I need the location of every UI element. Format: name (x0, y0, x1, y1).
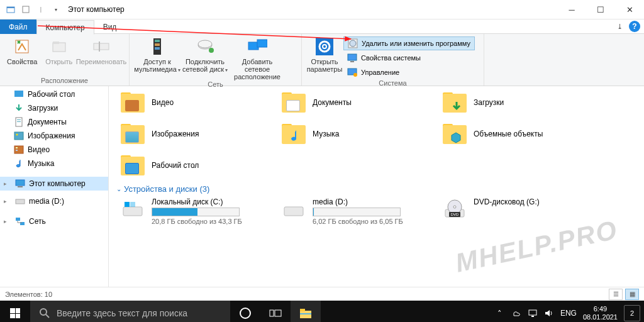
folder-3d-objects[interactable]: Объемные объекты (442, 120, 591, 148)
uninstall-program-button[interactable]: Удалить или изменить программу (343, 36, 475, 50)
svg-rect-58 (529, 310, 536, 315)
tray-volume-icon[interactable] (544, 308, 554, 318)
svg-rect-23 (348, 54, 357, 60)
folder-music[interactable]: Музыка (281, 120, 430, 148)
desktop-icon (14, 89, 24, 99)
group-location-label: Расположение (0, 77, 129, 86)
svg-rect-12 (155, 47, 160, 50)
sidebar-item-desktop[interactable]: Рабочий стол (0, 87, 108, 101)
annotation-arrow (38, 24, 358, 43)
drive-dvd-g[interactable]: DVD DVD-дисковод (G:) (442, 197, 591, 225)
drive-media-d[interactable]: media (D:)6,02 ГБ свободно из 6,05 ГБ (281, 197, 430, 225)
maximize-button[interactable]: ☐ (586, 0, 615, 19)
folder-desktop[interactable]: Рабочий стол (120, 152, 269, 179)
drive-icon (15, 196, 25, 206)
svg-rect-37 (18, 186, 23, 187)
view-tiles-button[interactable]: ▦ (625, 289, 639, 300)
manage-button[interactable]: Управление (343, 65, 475, 79)
svg-point-26 (353, 73, 357, 77)
taskbar: Введите здесь текст для поиска ˄ ENG 6:4… (0, 301, 644, 322)
sidebar-item-network[interactable]: ▸Сеть (0, 214, 108, 228)
svg-rect-24 (350, 61, 354, 62)
folder-video[interactable]: Видео (120, 89, 269, 116)
svg-rect-1 (7, 7, 14, 8)
svg-rect-4 (16, 40, 28, 53)
pc-icon (15, 179, 25, 189)
minimize-button[interactable]: ─ (557, 0, 586, 19)
qat-properties-icon[interactable] (19, 3, 33, 16)
manage-icon (347, 67, 357, 77)
system-menu-icon[interactable] (4, 3, 18, 16)
taskbar-taskview[interactable] (260, 301, 291, 322)
drive-local-c[interactable]: Локальный диск (C:)20,8 ГБ свободно из 4… (120, 197, 269, 225)
close-button[interactable]: ✕ (615, 0, 644, 19)
svg-rect-27 (14, 91, 23, 97)
svg-point-50 (40, 309, 47, 315)
svg-rect-34 (16, 147, 18, 148)
qat-separator: | (34, 3, 48, 16)
folder-documents[interactable]: Документы (281, 89, 430, 116)
sidebar-item-documents[interactable]: Документы (0, 115, 108, 129)
svg-point-52 (240, 308, 250, 318)
svg-point-47 (453, 206, 456, 208)
properties-icon (12, 36, 32, 57)
sidebar-item-downloads[interactable]: Загрузки (0, 101, 108, 115)
caret-icon: ▸ (4, 180, 11, 187)
status-bar: Элементов: 10 ☰ ▦ (0, 287, 644, 301)
svg-rect-38 (16, 199, 25, 204)
tab-file[interactable]: Файл (0, 19, 36, 34)
tray-network-icon[interactable] (528, 308, 538, 318)
svg-point-20 (323, 45, 326, 48)
network-icon (15, 216, 25, 226)
drives-section-header[interactable]: ⌄Устройства и диски (3) (116, 184, 638, 194)
svg-rect-7 (94, 43, 109, 50)
sidebar-item-this-pc[interactable]: ▸Этот компьютер (0, 177, 108, 191)
svg-rect-54 (275, 310, 281, 316)
tray-up-icon[interactable]: ˄ (495, 308, 505, 318)
tray-notifications[interactable]: 2 (624, 305, 640, 321)
svg-rect-42 (125, 202, 130, 207)
svg-rect-8 (99, 42, 100, 52)
svg-rect-5 (53, 43, 65, 52)
svg-rect-53 (270, 310, 274, 316)
minimize-ribbon-icon[interactable]: ⤓ (617, 23, 623, 31)
content-pane: Видео Документы Загрузки Изображения Муз… (109, 86, 644, 287)
folder-pictures[interactable]: Изображения (120, 120, 269, 148)
start-button[interactable] (0, 301, 30, 322)
svg-rect-56 (300, 309, 305, 311)
taskbar-explorer[interactable] (291, 301, 321, 322)
monitor-small-icon (347, 53, 357, 63)
drive-c-icon (120, 197, 145, 223)
sidebar-item-media[interactable]: ▸media (D:) (0, 194, 108, 208)
folder-downloads[interactable]: Загрузки (442, 89, 591, 116)
help-button[interactable]: ? (629, 21, 640, 32)
svg-rect-39 (16, 218, 20, 221)
svg-point-32 (16, 134, 18, 136)
sidebar-item-music[interactable]: Музыка (0, 157, 108, 170)
sidebar-item-video[interactable]: Видео (0, 143, 108, 157)
svg-rect-11 (155, 43, 160, 46)
music-icon (14, 158, 24, 169)
chevron-down-icon: ⌄ (116, 186, 121, 192)
sidebar-item-pictures[interactable]: Изображения (0, 129, 108, 143)
svg-rect-57 (300, 313, 311, 314)
svg-text:DVD: DVD (451, 213, 459, 216)
tray-onedrive-icon[interactable] (511, 308, 521, 318)
system-properties-button[interactable]: Свойства системы (343, 51, 475, 65)
qat-dropdown-icon[interactable]: ▾ (49, 3, 63, 16)
navigation-pane: Рабочий стол Загрузки Документы Изображе… (0, 86, 109, 287)
tray-clock[interactable]: 6:4908.01.2021 (583, 305, 618, 321)
svg-rect-36 (16, 180, 25, 186)
svg-rect-29 (17, 119, 21, 120)
svg-rect-44 (284, 207, 303, 216)
documents-icon (14, 117, 24, 127)
view-details-button[interactable]: ☰ (609, 289, 623, 300)
taskbar-search[interactable]: Введите здесь текст для поиска (30, 301, 230, 322)
dvd-icon: DVD (442, 197, 467, 223)
tray-language[interactable]: ENG (560, 309, 577, 318)
main-area: Рабочий стол Загрузки Документы Изображе… (0, 86, 644, 287)
video-icon (14, 145, 24, 155)
taskbar-cortana[interactable] (230, 301, 260, 322)
properties-button[interactable]: Свойства (4, 35, 41, 65)
svg-rect-41 (123, 207, 142, 216)
